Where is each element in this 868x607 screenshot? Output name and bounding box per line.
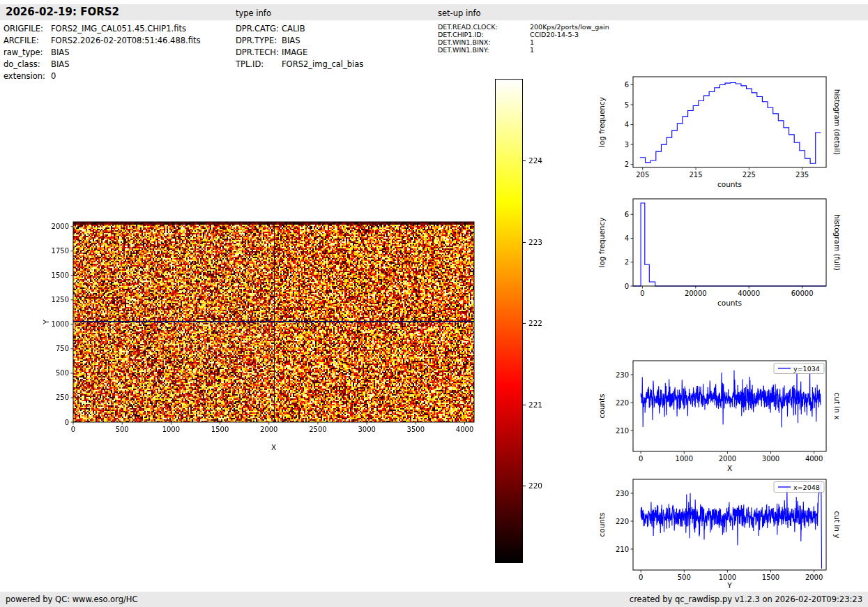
info-row: TPL.ID:FORS2_img_cal_bias (236, 59, 363, 70)
right-axis-label: cut in x (833, 392, 842, 419)
info-key: extension: (3, 70, 51, 82)
y-tick-label: 220 (616, 518, 629, 525)
y-tick-label: 0 (65, 419, 69, 426)
info-value: 1 (530, 38, 534, 46)
colorbar-tick-label: 221 (528, 400, 542, 409)
info-row: DET.WIN1.BINY:1 (438, 46, 609, 54)
plot-box (633, 479, 826, 570)
info-row: DPR.CATG:CALIB (236, 23, 363, 35)
y-axis-label: counts (597, 512, 606, 537)
footer-powered-by: powered by QC: www.eso.org/HC (6, 592, 137, 607)
x-tick-label: 1000 (719, 574, 736, 581)
info-key: DET.WIN1.BINX: (438, 38, 530, 46)
info-row: extension:0 (3, 70, 200, 82)
info-key: DPR.TECH: (236, 47, 282, 59)
info-value: BIAS (282, 36, 300, 45)
chart-cut-x: 01000200030004000210220230Xcountscut in … (596, 352, 847, 488)
colorbar-tick-label: 220 (528, 481, 542, 490)
info-value: 200Kps/2ports/low_gain (530, 23, 609, 31)
y-tick-label: 1500 (52, 271, 69, 279)
page-title: 2026-02-19: FORS2 (6, 6, 119, 18)
series-line (633, 203, 826, 286)
y-tick-label: 4 (625, 234, 629, 242)
y-tick-label: 250 (56, 394, 69, 401)
series-line (640, 83, 821, 164)
y-tick-label: 230 (616, 371, 629, 379)
header-bar (0, 4, 868, 20)
info-key: raw_type: (3, 47, 51, 59)
info-row: DPR.TYPE:BIAS (236, 35, 363, 47)
x-tick-label: 500 (678, 574, 691, 581)
x-tick-label: 1500 (211, 426, 229, 433)
x-tick-label: 1500 (762, 574, 779, 581)
x-axis-label: counts (717, 180, 742, 188)
info-row: DET.WIN1.BINX:1 (438, 38, 609, 46)
y-tick-label: 2000 (52, 223, 69, 230)
info-value: CALIB (282, 24, 305, 33)
info-value: IMAGE (282, 47, 307, 57)
x-tick-label: 205 (636, 171, 649, 179)
info-value: FORS2.2026-02-20T08:51:46.488.fits (51, 36, 200, 45)
colorbar-tick (523, 405, 526, 405)
type-info-block: DPR.CATG:CALIBDPR.TYPE:BIASDPR.TECH:IMAG… (236, 23, 363, 70)
info-key: DPR.TYPE: (236, 35, 282, 47)
x-axis-label: counts (717, 299, 742, 307)
colorbar-tick (523, 323, 526, 324)
info-key: DET.CHIP1.ID: (438, 31, 530, 38)
colorbar-tick (523, 486, 526, 486)
colorbar: 220221222223224 (495, 79, 579, 563)
y-tick-label: 1250 (52, 296, 69, 304)
x-tick-label: 4000 (805, 455, 823, 463)
setup-info-heading: set-up info (438, 8, 481, 18)
chart-hist-detail: 20521522523523456countslog frequencyhist… (596, 66, 847, 199)
x-tick-label: 0 (71, 426, 75, 433)
x-tick-label: 2000 (260, 426, 277, 433)
y-tick-label: 220 (616, 399, 629, 407)
x-tick-label: 500 (116, 426, 129, 433)
info-value: 0 (51, 71, 56, 81)
series-line (641, 369, 821, 428)
chart-hist-full: 02000040000600000246countslog frequencyh… (596, 188, 847, 321)
y-tick-label: 2 (625, 160, 629, 168)
y-axis-label: log frequency (597, 217, 606, 267)
colorbar-tick-label: 223 (528, 238, 542, 246)
x-axis-label: Y (726, 581, 732, 590)
y-tick-label: 6 (625, 81, 629, 89)
y-tick-label: 3 (625, 141, 629, 149)
x-tick-label: 3000 (762, 455, 779, 463)
x-tick-label: 235 (795, 171, 809, 179)
y-tick-label: 1750 (52, 247, 69, 255)
y-tick-label: 0 (625, 283, 629, 290)
series-line (641, 481, 821, 569)
y-tick-label: 1000 (52, 320, 69, 328)
x-tick-label: 1000 (676, 455, 693, 463)
x-tick-label: 60000 (791, 290, 814, 297)
info-value: BIAS (51, 59, 69, 69)
info-row: ORIGFILE:FORS2_IMG_CAL051.45.CHIP1.fits (3, 23, 200, 35)
info-row: raw_type:BIAS (3, 47, 200, 59)
x-tick-label: 215 (689, 171, 702, 179)
info-row: ARCFILE:FORS2.2026-02-20T08:51:46.488.fi… (3, 35, 200, 47)
x-axis-label: X (271, 443, 276, 451)
x-tick-label: 0 (639, 574, 643, 581)
plot-box (633, 199, 826, 286)
right-axis-label: histogram (detail) (833, 89, 842, 155)
chart-main-image: 0500100015002000250030003500400002505007… (28, 209, 509, 459)
colorbar-tick-label: 224 (528, 156, 542, 165)
info-key: ORIGFILE: (3, 23, 51, 35)
x-tick-label: 3500 (407, 426, 425, 433)
y-tick-label: 230 (616, 490, 629, 497)
y-axis-label: log frequency (597, 97, 606, 147)
y-tick-label: 210 (616, 427, 629, 435)
x-tick-label: 2500 (309, 426, 326, 433)
plot-box (633, 77, 826, 167)
info-row: DPR.TECH:IMAGE (236, 47, 363, 59)
x-tick-label: 0 (640, 290, 644, 297)
x-tick-label: 1000 (162, 426, 180, 433)
y-axis-label: counts (597, 394, 606, 418)
x-tick-label: 20000 (685, 290, 707, 297)
info-key: DET.READ.CLOCK: (438, 23, 530, 31)
y-tick-label: 6 (625, 211, 629, 218)
x-tick-label: 0 (639, 455, 643, 463)
y-tick-label: 210 (616, 546, 629, 553)
